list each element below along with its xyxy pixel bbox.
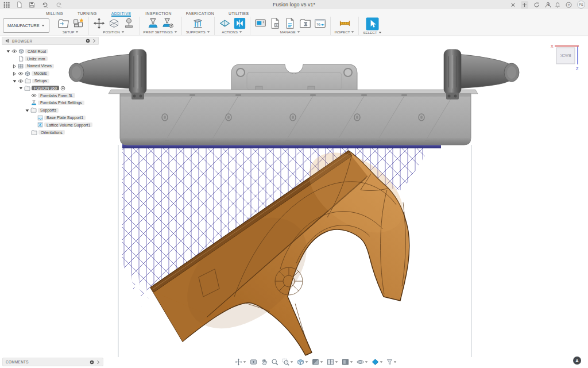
cube-icon[interactable] [18,48,24,54]
layout-grid-icon[interactable] [327,358,334,366]
nav-tool[interactable] [296,358,309,366]
support-structure-icon[interactable] [192,17,204,29]
manufacture-dropdown[interactable]: MANUFACTURE [3,18,49,33]
panel-collapse-icon[interactable] [5,39,10,43]
toolbar-group-label[interactable]: POSITION [103,30,125,34]
help-icon[interactable]: ? [566,2,572,8]
browser-tree-row[interactable]: FUSION 360 [0,85,100,92]
move-arrows-icon[interactable] [93,17,105,29]
look-at-icon[interactable] [250,358,257,366]
browser-tree-row[interactable]: Models [0,70,100,77]
avatar[interactable]: PS [577,1,585,9]
simulate-slice-icon[interactable] [234,17,246,29]
browser-tree-row[interactable]: Orientations [0,129,100,136]
toolbar-group-label[interactable]: SELECT [363,30,381,34]
browser-tree-row[interactable]: Supports [0,106,100,114]
zoom-magnifier-icon[interactable] [271,358,278,366]
job-status-icon[interactable] [533,2,540,8]
build-platform[interactable] [69,49,519,145]
tri-down-icon[interactable] [25,108,29,113]
eye-icon[interactable] [11,49,17,53]
browser-tree-row[interactable]: Units: mm [0,55,100,63]
expand-chevron-icon[interactable] [96,360,100,365]
close-tab-icon[interactable] [510,2,516,7]
new-tab-icon[interactable] [521,1,528,9]
workspace-tab[interactable]: ADDITIVE [111,12,131,17]
machine-library-icon[interactable] [254,17,266,29]
folder-icon[interactable] [31,130,37,135]
printer-icon[interactable] [31,100,37,106]
nav-tool[interactable] [371,358,384,366]
nav-tool[interactable] [260,358,268,366]
nav-tool[interactable] [326,358,339,366]
folder-hourglass-icon[interactable] [299,17,311,29]
toolbar-group-label[interactable]: ACTIONS [222,30,242,34]
browser-tree-row[interactable]: Lattice Volume Support1 [0,121,100,129]
toolbar-group-label[interactable]: SETUP [63,30,79,34]
percent-window-icon[interactable]: % [314,17,326,29]
doc-settings-icon[interactable] [284,17,296,29]
toolbar-group-label[interactable]: PRINT SETTINGS [144,30,177,34]
viewports-icon[interactable] [342,358,349,366]
target-icon[interactable] [60,86,65,91]
select-cursor-icon[interactable] [366,17,379,30]
toolbar-group-label[interactable]: INSPECT [335,30,355,34]
doc-icon[interactable] [18,56,24,62]
browser-tree-row[interactable]: Setups [0,77,100,85]
workspace-tab[interactable]: INSPECTION [145,12,172,17]
eye-icon[interactable] [18,71,24,76]
platform-handle-right[interactable] [444,49,519,99]
measure-ruler-icon[interactable] [339,17,351,29]
workspace-tab[interactable]: TURNING [78,12,97,17]
folder-icon[interactable] [25,78,31,83]
notifications-icon[interactable] [555,2,560,8]
nav-tool[interactable] [234,358,247,366]
support-base-icon[interactable] [37,115,43,121]
support-lattice-icon[interactable] [37,122,43,128]
eye-icon[interactable] [18,79,24,83]
comments-bar[interactable]: COMMENTS [2,358,103,366]
pan-arrows-icon[interactable] [235,358,242,366]
browser-header[interactable]: BROWSER [2,37,99,45]
browser-tree-row[interactable]: Base Plate Support1 [0,114,100,121]
minimize-height-icon[interactable] [123,17,135,29]
arrange-cage-icon[interactable] [108,17,120,29]
selection-filter-icon[interactable] [386,358,393,366]
views-icon[interactable] [18,63,24,69]
browser-tree-row[interactable]: Named Views [0,63,100,70]
viewcube[interactable]: BACK X Z [551,44,579,71]
printer-gear-icon[interactable] [162,17,174,29]
work-plane-icon[interactable] [372,358,379,366]
browser-tree-row[interactable]: Formlabs Print Settings [0,99,100,107]
eye-icon[interactable] [31,93,37,98]
workspace-tab[interactable]: UTILITIES [229,12,249,17]
nav-tool[interactable] [341,358,354,366]
setup-machine-icon[interactable] [72,17,84,29]
pan-hand-icon[interactable] [261,358,268,366]
generate-book-icon[interactable] [219,17,231,29]
browser-tree-row[interactable]: Formlabs Form 3L [0,92,100,99]
tri-right-icon[interactable] [12,64,17,68]
feedback-badge[interactable]: A [573,356,581,365]
zoom-window-icon[interactable] [282,358,289,366]
orbit-icon[interactable] [357,358,364,366]
shading-icon[interactable] [312,358,319,366]
toolbar-group-label[interactable]: MANAGE [280,30,300,34]
part-model[interactable] [150,136,417,355]
folder-icon[interactable] [30,108,37,113]
settings-dot-icon[interactable] [86,39,90,43]
toolbar-group-label[interactable]: SUPPORTS [186,30,210,34]
collaborators[interactable]: 1 [545,2,550,8]
settings-dot-icon[interactable] [90,360,94,365]
tri-down-icon[interactable] [12,79,17,83]
folder-icon[interactable] [24,86,30,91]
workspace-tab[interactable]: FABRICATION [186,12,214,17]
cube-icon[interactable] [25,71,30,76]
tri-down-icon[interactable] [18,86,23,90]
nav-tool[interactable] [356,358,369,366]
browser-tree-row[interactable]: CAM Root [0,48,100,55]
display-settings-icon[interactable] [297,358,304,366]
printer-tray-icon[interactable] [147,17,159,29]
workspace-tab[interactable]: MILLING [46,12,63,17]
nav-tool[interactable] [281,358,294,366]
